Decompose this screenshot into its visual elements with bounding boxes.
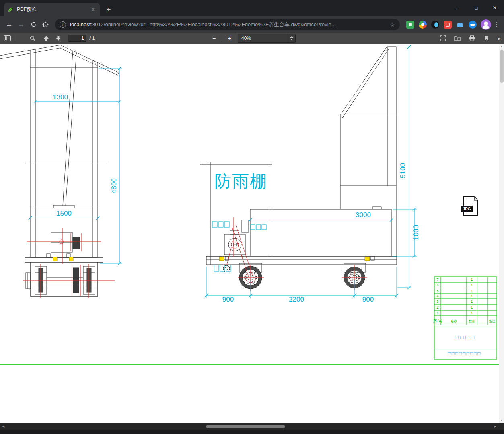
horizontal-scrollbar[interactable]: ◄ ► <box>0 423 504 430</box>
forward-button[interactable]: → <box>15 19 27 31</box>
extension-icon-6[interactable] <box>469 21 477 29</box>
bookmark-button[interactable] <box>481 33 491 43</box>
extensions-row <box>406 21 477 29</box>
svg-text:1: 1 <box>471 278 473 282</box>
horizontal-scrollbar-thumb[interactable] <box>206 425 285 428</box>
drawing-number-placeholder: □□□□□□□□□ <box>448 351 481 356</box>
extension-icon-3[interactable] <box>431 21 439 29</box>
vertical-scrollbar[interactable]: ▲ ▼ <box>499 44 504 423</box>
cad-drawing-page: 1300 4800 1500 <box>0 44 499 423</box>
more-tools-button[interactable]: » <box>496 35 502 42</box>
extension-icon-cloud[interactable] <box>456 21 464 29</box>
toolbar-divider <box>222 35 222 41</box>
svg-text:2: 2 <box>436 305 438 309</box>
vertical-scrollbar-thumb[interactable] <box>500 50 504 83</box>
front-view <box>0 45 120 296</box>
svg-text:1: 1 <box>471 283 473 287</box>
title-block <box>434 277 497 359</box>
extension-icon-1[interactable] <box>406 21 414 29</box>
title-block-rows: 7 1 6 1 5 1 4 1 3 1 2 1 1 1 <box>436 278 473 315</box>
url-field[interactable]: i localhost:8012/onlinePreview?url=http%… <box>55 19 400 30</box>
zoom-in-button[interactable]: + <box>225 33 235 43</box>
dim-900-right: 900 <box>362 296 374 303</box>
dim-3000: 3000 <box>356 211 371 219</box>
url-text: localhost:8012/onlinePreview?url=http%3A… <box>70 21 386 28</box>
dim-1000: 1000 <box>412 225 420 240</box>
svg-text:7: 7 <box>436 278 438 282</box>
svg-text:1: 1 <box>471 300 473 304</box>
dim-4800: 4800 <box>110 178 118 193</box>
pdf-toolbar: / 1 − + 40% » <box>0 33 504 44</box>
browser-tab[interactable]: PDF预览 × <box>4 3 100 16</box>
profile-avatar[interactable] <box>481 19 491 30</box>
extension-icon-4[interactable] <box>444 21 452 29</box>
search-icon[interactable] <box>28 33 37 43</box>
site-info-icon[interactable]: i <box>60 21 66 28</box>
tab-title: PDF预览 <box>17 6 89 13</box>
home-button[interactable] <box>39 19 51 31</box>
front-view-dimensions <box>29 67 122 265</box>
scroll-up-icon[interactable]: ▲ <box>499 45 504 48</box>
sidebar-toggle-button[interactable] <box>2 33 12 43</box>
jpg-file-icon: JPG <box>461 197 478 215</box>
scroll-right-icon[interactable]: ► <box>493 424 497 428</box>
new-tab-button[interactable]: + <box>103 4 114 15</box>
previous-page-button[interactable] <box>41 33 51 43</box>
dim-900-left: 900 <box>222 296 234 303</box>
svg-text:1: 1 <box>436 311 438 315</box>
favicon-leaf-icon <box>7 6 14 13</box>
title-block-header: 序号 名称 数量 备注 <box>433 318 495 324</box>
tab-close-icon[interactable]: × <box>89 6 97 13</box>
scroll-left-icon[interactable]: ◄ <box>2 424 5 428</box>
svg-text:3: 3 <box>436 300 438 304</box>
svg-text:名称: 名称 <box>451 319 457 323</box>
print-button[interactable] <box>467 33 477 43</box>
dim-5100: 5100 <box>399 163 407 178</box>
next-page-button[interactable] <box>53 33 63 43</box>
zoom-select[interactable]: 40% <box>238 34 296 43</box>
browser-window: PDF预览 × + – □ × ← → i localhost:8012/onl… <box>0 0 504 434</box>
toolbar-divider <box>15 35 15 41</box>
dim-2200: 2200 <box>289 296 304 303</box>
title-bar: PDF预览 × + – □ × <box>0 0 504 16</box>
svg-text:5: 5 <box>436 289 438 293</box>
address-bar: ← → i localhost:8012/onlinePreview?url=h… <box>0 16 504 33</box>
browser-menu-icon[interactable]: ⋮ <box>493 19 501 31</box>
svg-text:1: 1 <box>471 294 473 298</box>
window-bottom-edge <box>0 430 504 434</box>
page-total-label: / 1 <box>89 35 95 41</box>
svg-text:数量: 数量 <box>469 319 475 323</box>
back-button[interactable]: ← <box>3 19 15 31</box>
dim-1500: 1500 <box>56 210 72 217</box>
svg-text:4: 4 <box>436 294 438 298</box>
svg-text:1: 1 <box>471 289 473 293</box>
reload-button[interactable] <box>27 19 39 31</box>
svg-text:6: 6 <box>436 283 438 287</box>
open-file-button[interactable] <box>453 33 462 43</box>
svg-text:备注: 备注 <box>489 319 495 323</box>
zoom-value: 40% <box>238 35 288 41</box>
svg-text:JPG: JPG <box>463 207 471 211</box>
svg-text:序号: 序号 <box>433 318 442 324</box>
extension-icon-2[interactable] <box>419 21 427 29</box>
presentation-mode-button[interactable] <box>438 33 448 43</box>
maximize-button[interactable]: □ <box>467 0 485 16</box>
page-number-input[interactable] <box>68 35 86 42</box>
pdf-viewer-content: 1300 4800 1500 <box>0 44 504 423</box>
dim-1300: 1300 <box>53 93 68 101</box>
minimize-button[interactable]: – <box>448 0 467 16</box>
close-button[interactable]: × <box>485 0 504 16</box>
bookmark-star-icon[interactable]: ☆ <box>390 21 395 28</box>
svg-text:1: 1 <box>471 311 473 315</box>
window-controls: – □ × <box>448 0 504 16</box>
side-view <box>200 47 397 272</box>
scroll-down-icon[interactable]: ▼ <box>499 419 504 422</box>
svg-text:1: 1 <box>471 305 473 309</box>
zoom-select-arrows-icon <box>288 34 295 42</box>
zoom-out-button[interactable]: − <box>209 33 219 43</box>
drawing-title-placeholder: □□□□ <box>455 334 476 341</box>
shelter-label: 防雨棚 <box>214 172 267 191</box>
